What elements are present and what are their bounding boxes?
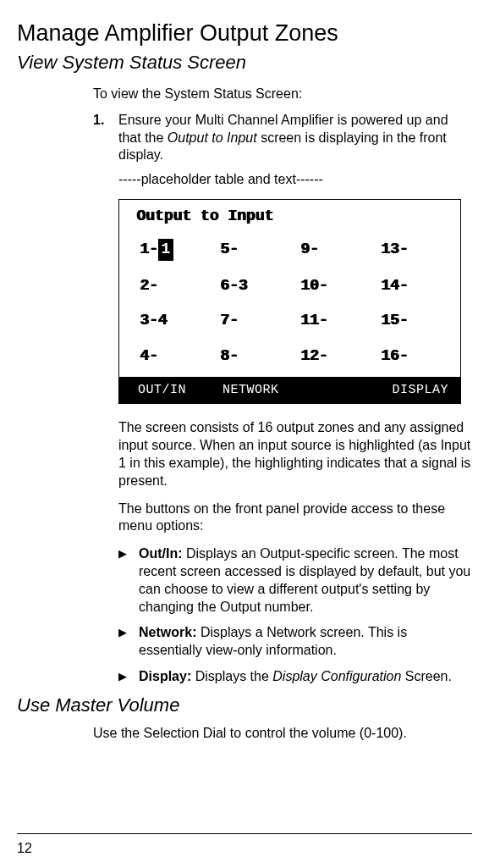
lcd-cell-3: 12- [300, 346, 381, 366]
step-1: 1. Ensure your Multi Channel Amplifier i… [93, 112, 472, 164]
body-content-2: Use the Selection Dial to control the vo… [93, 725, 472, 743]
list-item: ▶ Display: Displays the Display Configur… [118, 668, 472, 686]
lcd-cell-2: 7- [220, 311, 300, 330]
step-text-ital: Output to Input [168, 130, 257, 145]
triangle-bullet-icon: ▶ [118, 624, 139, 660]
lcd-cell-2: 6-3 [220, 276, 300, 296]
list-item: ▶ Out/In: Displays an Output-specific sc… [118, 545, 472, 616]
lcd-footer: OUT/IN NETWORK DISPLAY [119, 377, 460, 404]
lcd-cell-1: 3-4 [140, 311, 220, 330]
lcd-row: 2- 6-3 10- 14- [140, 268, 460, 303]
lcd-cell-3: 11- [300, 311, 381, 330]
list-item-body: Out/In: Displays an Output-specific scre… [139, 545, 472, 616]
lcd-screen: Output to Input 1-1 5- 9- 13- 2- 6-3 10-… [118, 199, 461, 404]
lcd-cell-2: 5- [220, 239, 300, 260]
body-content: To view the System Status Screen: 1. Ens… [93, 86, 472, 686]
lcd-cell-1: 2- [140, 276, 220, 296]
triangle-bullet-icon: ▶ [118, 545, 139, 616]
step-number: 1. [93, 112, 118, 164]
placeholder-text: -----placeholder table and text------ [118, 171, 472, 189]
step-text: Ensure your Multi Channel Amplifier is p… [118, 112, 472, 164]
list-item-body: Display: Displays the Display Configurat… [139, 668, 472, 686]
lcd-row: 3-4 7- 11- 15- [140, 303, 460, 338]
lcd-footer-outin: OUT/IN [138, 382, 223, 399]
list-item-lead: Display: [139, 669, 191, 683]
lcd-footer-network: NETWORK [223, 382, 392, 399]
list-item-text-a: Displays the [191, 669, 272, 683]
section-subtitle: View System Status Screen [17, 52, 472, 74]
footer-rule [17, 833, 472, 834]
lcd-footer-display: DISPLAY [392, 382, 448, 399]
lcd-cell-1: 1-1 [140, 239, 220, 260]
lcd-title: Output to Input [119, 200, 460, 229]
paragraph-master-volume: Use the Selection Dial to control the vo… [93, 725, 472, 743]
lcd-cell-4: 15- [381, 311, 461, 330]
lcd-highlight: 1 [158, 239, 174, 260]
list-item-lead: Network: [139, 625, 196, 639]
paragraph-zones-description: The screen consists of 16 output zones a… [118, 419, 472, 489]
section-master-volume: Use Master Volume [17, 694, 472, 716]
page-number: 12 [17, 841, 32, 856]
page-title: Manage Amplifier Output Zones [17, 20, 472, 47]
lcd-cell-1: 4- [140, 346, 220, 366]
lcd-row: 1-1 5- 9- 13- [140, 231, 460, 268]
list-item-text-b: Screen. [401, 669, 452, 683]
document-page: Manage Amplifier Output Zones View Syste… [0, 0, 489, 868]
lcd-cell-3: 9- [300, 239, 381, 260]
lcd-cell-4: 16- [381, 346, 461, 366]
list-item-lead: Out/In: [139, 546, 183, 561]
list-item-ital: Display Configuration [272, 669, 401, 683]
lcd-cell-4: 13- [381, 239, 461, 260]
lcd-cell-1a: 1- [140, 240, 158, 259]
intro-text: To view the System Status Screen: [93, 86, 472, 103]
paragraph-buttons-intro: The buttons on the front panel provide a… [118, 500, 472, 536]
lcd-cell-3: 10- [300, 276, 381, 296]
triangle-bullet-icon: ▶ [118, 668, 139, 686]
lcd-body: 1-1 5- 9- 13- 2- 6-3 10- 14- 3-4 7- [119, 229, 460, 377]
lcd-cell-2: 8- [220, 346, 300, 366]
lcd-cell-4: 14- [381, 276, 461, 296]
menu-options-list: ▶ Out/In: Displays an Output-specific sc… [118, 545, 472, 686]
list-item-body: Network: Displays a Network screen. This… [139, 624, 472, 660]
list-item: ▶ Network: Displays a Network screen. Th… [118, 624, 472, 660]
list-item-text: Displays an Output-specific screen. The … [139, 546, 470, 613]
lcd-row: 4- 8- 12- 16- [140, 339, 460, 373]
